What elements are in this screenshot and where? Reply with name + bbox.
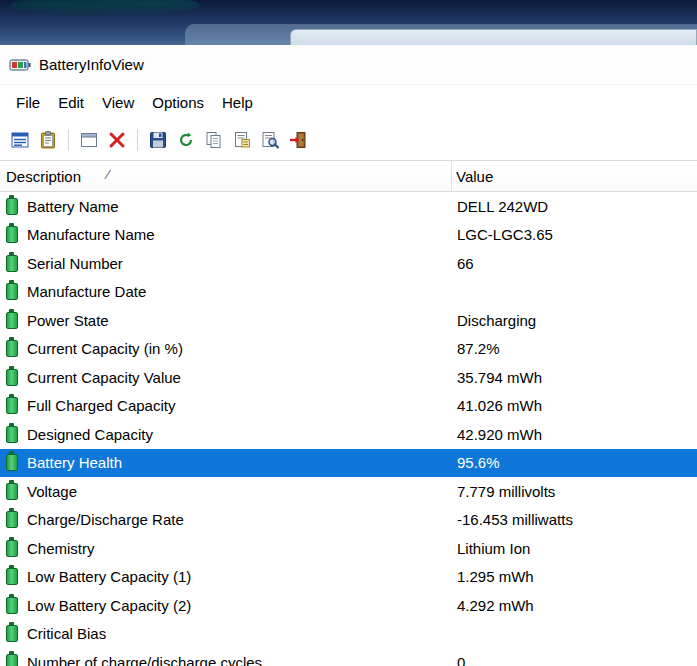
properties-icon[interactable] xyxy=(229,127,255,153)
menu-help[interactable]: Help xyxy=(213,90,262,115)
row-description: Chemistry xyxy=(27,540,95,557)
battery-list: Battery Name DELL 242WD Manufacture Name… xyxy=(0,192,697,666)
table-row[interactable]: Current Capacity Value 35.794 mWh xyxy=(0,363,697,392)
battery-row-icon xyxy=(6,397,18,414)
row-value: 87.2% xyxy=(457,340,500,357)
table-row[interactable]: Battery Name DELL 242WD xyxy=(0,192,697,221)
row-description: Manufacture Name xyxy=(27,226,155,243)
battery-row-icon xyxy=(6,369,18,386)
exit-icon[interactable] xyxy=(285,127,311,153)
find-icon[interactable] xyxy=(257,127,283,153)
title-bar: BatteryInfoView xyxy=(0,45,697,85)
row-description: Serial Number xyxy=(27,255,123,272)
battery-row-icon xyxy=(6,283,18,300)
row-value: LGC-LGC3.65 xyxy=(457,226,553,243)
battery-row-icon xyxy=(6,540,18,557)
table-row[interactable]: Critical Bias xyxy=(0,620,697,649)
row-value: DELL 242WD xyxy=(457,198,548,215)
menu-file[interactable]: File xyxy=(7,90,49,115)
row-description: Charge/Discharge Rate xyxy=(27,511,184,528)
row-value: 35.794 mWh xyxy=(457,369,542,386)
menu-bar: File Edit View Options Help xyxy=(0,85,697,119)
window-title: BatteryInfoView xyxy=(39,56,144,73)
list-header: Description ⁄ Value xyxy=(0,161,697,192)
battery-row-icon xyxy=(6,625,18,642)
row-value: 42.920 mWh xyxy=(457,426,542,443)
row-description: Battery Name xyxy=(27,198,119,215)
column-label-description: Description xyxy=(6,168,81,185)
row-description: Designed Capacity xyxy=(27,426,153,443)
row-value: 4.292 mWh xyxy=(457,597,534,614)
column-header-description[interactable]: Description ⁄ xyxy=(0,161,452,191)
row-description: Voltage xyxy=(27,483,77,500)
delete-icon[interactable] xyxy=(104,127,130,153)
row-value: 0 xyxy=(457,654,465,666)
toolbar-separator xyxy=(137,129,138,151)
toolbar-separator xyxy=(68,129,69,151)
table-row[interactable]: Current Capacity (in %) 87.2% xyxy=(0,335,697,364)
row-description: Current Capacity (in %) xyxy=(27,340,183,357)
battery-row-icon xyxy=(6,226,18,243)
table-row[interactable]: Number of charge/discharge cycles 0 xyxy=(0,648,697,666)
menu-options[interactable]: Options xyxy=(143,90,213,115)
table-row[interactable]: Full Charged Capacity 41.026 mWh xyxy=(0,392,697,421)
row-description: Power State xyxy=(27,312,109,329)
table-row[interactable]: Charge/Discharge Rate -16.453 milliwatts xyxy=(0,506,697,535)
table-row[interactable]: Low Battery Capacity (1) 1.295 mWh xyxy=(0,563,697,592)
row-value: 41.026 mWh xyxy=(457,397,542,414)
clipboard-icon[interactable] xyxy=(35,127,61,153)
table-row[interactable]: Power State Discharging xyxy=(0,306,697,335)
sort-ascending-icon: ⁄ xyxy=(107,167,109,182)
battery-row-icon xyxy=(6,454,18,471)
save-icon[interactable] xyxy=(145,127,171,153)
row-value: Lithium Ion xyxy=(457,540,530,557)
row-description: Low Battery Capacity (2) xyxy=(27,597,191,614)
battery-row-icon xyxy=(6,511,18,528)
row-value: Discharging xyxy=(457,312,536,329)
column-header-value[interactable]: Value xyxy=(452,161,697,191)
battery-app-icon xyxy=(9,57,31,73)
battery-row-icon xyxy=(6,198,18,215)
battery-row-icon xyxy=(6,568,18,585)
row-value: -16.453 milliwatts xyxy=(457,511,573,528)
battery-row-icon xyxy=(6,654,18,666)
row-description: Full Charged Capacity xyxy=(27,397,175,414)
table-row[interactable]: Low Battery Capacity (2) 4.292 mWh xyxy=(0,591,697,620)
row-value: 66 xyxy=(457,255,474,272)
menu-view[interactable]: View xyxy=(93,90,143,115)
row-description: Manufacture Date xyxy=(27,283,146,300)
copy-icon[interactable] xyxy=(201,127,227,153)
row-value: 95.6% xyxy=(457,454,500,471)
table-row[interactable]: Manufacture Name LGC-LGC3.65 xyxy=(0,221,697,250)
battery-row-icon xyxy=(6,597,18,614)
row-description: Current Capacity Value xyxy=(27,369,181,386)
menu-edit[interactable]: Edit xyxy=(49,90,93,115)
table-row[interactable]: Serial Number 66 xyxy=(0,249,697,278)
table-row[interactable]: Voltage 7.779 millivolts xyxy=(0,477,697,506)
refresh-icon[interactable] xyxy=(173,127,199,153)
row-value: 7.779 millivolts xyxy=(457,483,555,500)
row-description: Battery Health xyxy=(27,454,122,471)
toolbar xyxy=(0,119,697,161)
table-row[interactable]: Battery Health 95.6% xyxy=(0,449,697,478)
battery-row-icon xyxy=(6,255,18,272)
row-description: Critical Bias xyxy=(27,625,106,642)
battery-row-icon xyxy=(6,312,18,329)
report-icon[interactable] xyxy=(7,127,33,153)
desktop-background xyxy=(0,0,697,45)
column-label-value: Value xyxy=(456,168,493,185)
battery-row-icon xyxy=(6,340,18,357)
table-row[interactable]: Manufacture Date xyxy=(0,278,697,307)
row-description: Low Battery Capacity (1) xyxy=(27,568,191,585)
table-row[interactable]: Chemistry Lithium Ion xyxy=(0,534,697,563)
row-description: Number of charge/discharge cycles xyxy=(27,654,262,666)
row-value: 1.295 mWh xyxy=(457,568,534,585)
window-icon[interactable] xyxy=(76,127,102,153)
battery-row-icon xyxy=(6,483,18,500)
background-window-titlebar xyxy=(290,29,697,45)
battery-row-icon xyxy=(6,426,18,443)
table-row[interactable]: Designed Capacity 42.920 mWh xyxy=(0,420,697,449)
